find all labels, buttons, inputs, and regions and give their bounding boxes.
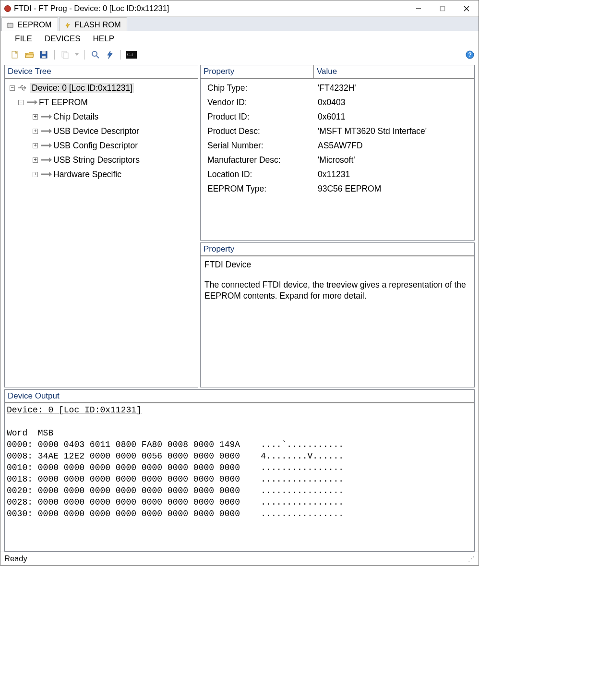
right-column: Property Value Chip Type:'FT4232H'Vendor…	[200, 65, 475, 387]
svg-text:C:\: C:\	[127, 52, 133, 57]
property-row: Vendor ID:0x0403	[204, 95, 472, 109]
tree-node-child[interactable]: +USB Config Descriptor	[8, 138, 196, 153]
help-panel-body: FTDI Device The connected FTDI device, t…	[201, 256, 474, 305]
collapse-icon[interactable]: −	[10, 85, 15, 91]
property-label: Manufacturer Desc:	[204, 155, 317, 165]
expand-icon[interactable]: +	[33, 143, 38, 148]
arrow-right-icon	[25, 98, 38, 107]
svg-marker-28	[35, 100, 37, 105]
property-label: Product Desc:	[204, 126, 317, 136]
menu-bar: FILE DEVICES HELP	[0, 31, 479, 47]
property-row: EEPROM Type:93C56 EEPROM	[204, 181, 472, 196]
property-label: Product ID:	[204, 112, 317, 122]
menu-file[interactable]: FILE	[15, 34, 32, 44]
svg-marker-34	[49, 143, 52, 148]
status-bar: Ready ⋰	[0, 552, 479, 565]
property-label: Vendor ID:	[204, 97, 317, 108]
command-line-button[interactable]: C:\	[126, 49, 137, 60]
property-row: Serial Number:AS5AW7FD	[204, 138, 472, 153]
svg-line-21	[96, 56, 99, 58]
tree-node-child[interactable]: +USB Device Descriptor	[8, 124, 196, 138]
close-button[interactable]	[455, 0, 479, 16]
lightning-icon	[63, 22, 72, 28]
expand-icon[interactable]: +	[33, 172, 38, 177]
property-label: Chip Type:	[204, 83, 317, 93]
scan-button[interactable]	[90, 49, 101, 60]
help-text: The connected FTDI device, the treeview …	[204, 279, 470, 302]
property-value: 0x0403	[317, 97, 472, 108]
value-column-header: Value	[314, 65, 474, 79]
app-icon	[4, 5, 11, 12]
toolbar-separator	[84, 50, 85, 60]
minimize-button[interactable]	[407, 0, 431, 16]
property-value: 'MSFT MT3620 Std Interface'	[317, 126, 472, 136]
svg-rect-18	[63, 53, 68, 59]
status-text: Ready	[4, 554, 27, 563]
property-row: Manufacturer Desc:'Microsoft'	[204, 153, 472, 167]
tree-node-fteeprom[interactable]: − FT EEPROM	[8, 95, 196, 109]
expand-icon[interactable]: +	[33, 114, 38, 120]
property-row: Location ID:0x11231	[204, 167, 472, 181]
property-value: 'FT4232H'	[317, 83, 472, 93]
chip-icon	[6, 22, 14, 28]
property-value: 93C56 EEPROM	[317, 184, 472, 194]
window-controls	[407, 0, 479, 16]
title-bar: FTDI - FT Prog - Device: 0 [Loc ID:0x112…	[0, 0, 479, 17]
tree-node-child[interactable]: +Chip Details	[8, 109, 196, 124]
maximize-button[interactable]	[431, 0, 455, 16]
help-button[interactable]: ?	[464, 49, 476, 60]
content-area: Device Tree − Device: 0 [Loc ID:0x11231]…	[0, 63, 479, 552]
window-title: FTDI - FT Prog - Device: 0 [Loc ID:0x112…	[14, 4, 407, 13]
device-tree-body[interactable]: − Device: 0 [Loc ID:0x11231] − FT EEPROM	[5, 79, 198, 387]
tree-label: FT EEPROM	[39, 97, 88, 108]
property-value: 'Microsoft'	[317, 155, 472, 165]
copy-button[interactable]	[60, 49, 71, 60]
property-value: 0x6011	[317, 112, 472, 122]
output-title-line: Device: 0 [Loc ID:0x11231]	[7, 405, 142, 415]
property-body: Chip Type:'FT4232H'Vendor ID:0x0403Produ…	[201, 79, 474, 240]
device-output-panel: Device Output Device: 0 [Loc ID:0x11231]…	[4, 389, 475, 552]
tree-node-child[interactable]: +USB String Descriptors	[8, 153, 196, 167]
svg-rect-15	[42, 51, 46, 54]
toolbar: C:\ ?	[0, 47, 479, 63]
tab-label: FLASH ROM	[75, 20, 121, 29]
arrow-right-icon	[40, 112, 52, 121]
tree-node-device[interactable]: − Device: 0 [Loc ID:0x11231]	[8, 81, 196, 95]
device-tree-panel: Device Tree − Device: 0 [Loc ID:0x11231]…	[4, 65, 198, 387]
svg-marker-32	[49, 129, 52, 133]
property-row: Product ID:0x6011	[204, 109, 472, 124]
svg-marker-30	[49, 114, 52, 119]
tree-label: USB Config Descriptor	[53, 141, 138, 151]
property-label: EEPROM Type:	[204, 184, 317, 194]
size-grip-icon[interactable]: ⋰	[468, 555, 475, 563]
expand-icon[interactable]: +	[33, 129, 38, 134]
property-panel: Property Value Chip Type:'FT4232H'Vendor…	[200, 65, 475, 241]
toolbar-separator	[120, 50, 121, 60]
help-panel-header: Property	[201, 243, 474, 256]
svg-marker-36	[49, 157, 52, 162]
collapse-icon[interactable]: −	[18, 100, 24, 105]
device-output-body[interactable]: Device: 0 [Loc ID:0x11231] Word MSB 0000…	[5, 403, 474, 551]
svg-rect-16	[42, 56, 46, 58]
tree-node-child[interactable]: +Hardware Specific	[8, 167, 196, 181]
device-tree-header: Device Tree	[5, 65, 198, 79]
tab-eeprom[interactable]: EEPROM	[1, 17, 58, 31]
svg-point-20	[92, 51, 97, 56]
svg-marker-19	[75, 53, 79, 56]
svg-marker-11	[66, 23, 70, 28]
tab-strip: EEPROM FLASH ROM	[0, 17, 479, 31]
expand-icon[interactable]: +	[33, 157, 38, 163]
new-file-button[interactable]	[9, 49, 21, 60]
lower-pane: Device Output Device: 0 [Loc ID:0x11231]…	[4, 389, 475, 552]
tab-flashrom[interactable]: FLASH ROM	[59, 17, 127, 31]
app-window: FTDI - FT Prog - Device: 0 [Loc ID:0x112…	[0, 0, 479, 566]
dropdown-arrow-icon[interactable]	[74, 49, 80, 60]
help-panel: Property FTDI Device The connected FTDI …	[200, 242, 475, 387]
open-file-button[interactable]	[24, 49, 35, 60]
menu-devices[interactable]: DEVICES	[45, 34, 81, 44]
menu-help[interactable]: HELP	[93, 34, 114, 44]
arrow-right-icon	[40, 170, 52, 179]
program-button[interactable]	[104, 49, 116, 60]
save-button[interactable]	[38, 49, 49, 60]
property-value: 0x11231	[317, 169, 472, 180]
